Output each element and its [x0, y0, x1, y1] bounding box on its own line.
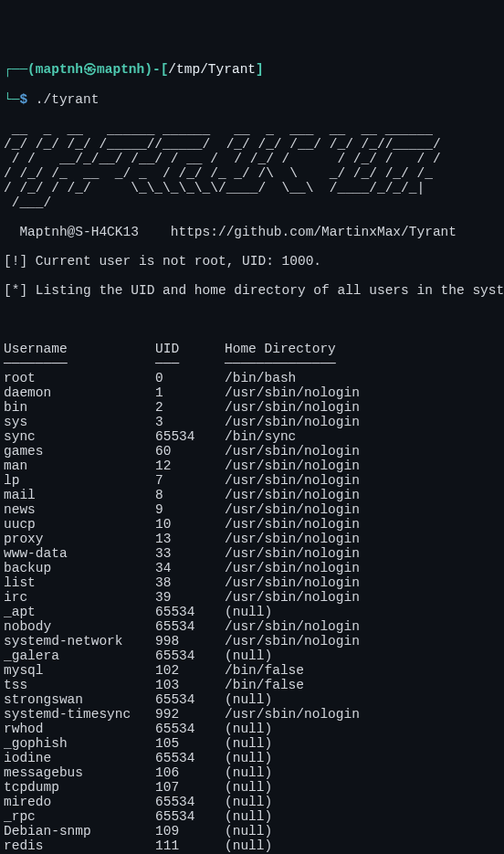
- prompt-decor: ┌──(: [4, 62, 36, 77]
- cell-home: /usr/sbin/nologin: [225, 590, 360, 605]
- cell-username: mail: [4, 488, 155, 502]
- prompt-line2-decor: └─: [4, 92, 19, 107]
- cell-uid: 107: [155, 780, 225, 795]
- table-row: lp7/usr/sbin/nologin: [4, 473, 360, 488]
- cell-home: (null): [225, 809, 360, 824]
- table-row: _gophish105(null): [4, 736, 360, 751]
- table-row: Debian-snmp109(null): [4, 824, 360, 838]
- table-row: proxy13/usr/sbin/nologin: [4, 532, 360, 546]
- cell-home: /usr/sbin/nologin: [225, 619, 360, 634]
- table-row: _apt65534(null): [4, 605, 360, 619]
- prompt-decor-close: )-[: [144, 62, 168, 77]
- cell-username: systemd-network: [4, 634, 155, 648]
- table-row: sys3/usr/sbin/nologin: [4, 415, 360, 429]
- cell-username: daemon: [4, 385, 155, 400]
- cell-username: _apt: [4, 605, 155, 619]
- cell-username: list: [4, 575, 155, 590]
- cell-uid: 992: [155, 707, 225, 722]
- cell-username: irc: [4, 590, 155, 605]
- prompt-at: ㉿: [83, 62, 97, 77]
- cell-uid: 65534: [155, 795, 225, 809]
- cell-uid: 998: [155, 634, 225, 648]
- cell-home: (null): [225, 795, 360, 809]
- table-row: daemon1/usr/sbin/nologin: [4, 385, 360, 400]
- cell-home: /usr/sbin/nologin: [225, 488, 360, 502]
- cell-home: (null): [225, 648, 360, 663]
- cell-uid: 9: [155, 502, 225, 517]
- cell-username: systemd-timesync: [4, 707, 155, 722]
- cell-home: /usr/sbin/nologin: [225, 400, 360, 415]
- cell-home: /usr/sbin/nologin: [225, 517, 360, 532]
- cell-username: _gophish: [4, 736, 155, 751]
- cell-username: mysql: [4, 663, 155, 678]
- cell-home: (null): [225, 605, 360, 619]
- blank-line: [4, 312, 500, 327]
- cell-username: news: [4, 502, 155, 517]
- cell-home: (null): [225, 736, 360, 751]
- table-row: systemd-timesync992/usr/sbin/nologin: [4, 707, 360, 722]
- cell-home: /bin/false: [225, 678, 360, 692]
- table-row: rwhod65534(null): [4, 722, 360, 736]
- cell-username: www-data: [4, 546, 155, 561]
- cell-home: (null): [225, 722, 360, 736]
- table-row: mail8/usr/sbin/nologin: [4, 488, 360, 502]
- cell-uid: 1: [155, 385, 225, 400]
- prompt-line-1: ┌──(maptnh㉿maptnh)-[/tmp/Tyrant]: [4, 62, 500, 78]
- cell-username: miredo: [4, 795, 155, 809]
- prompt-user: maptnh: [36, 62, 83, 77]
- cell-uid: 65534: [155, 751, 225, 765]
- table-row: www-data33/usr/sbin/nologin: [4, 546, 360, 561]
- table-row: irc39/usr/sbin/nologin: [4, 590, 360, 605]
- cell-uid: 102: [155, 663, 225, 678]
- table-row: uucp10/usr/sbin/nologin: [4, 517, 360, 532]
- hdr-home: Home Directory: [225, 342, 360, 356]
- table-row: list38/usr/sbin/nologin: [4, 575, 360, 590]
- cell-username: games: [4, 444, 155, 459]
- cell-username: tcpdump: [4, 780, 155, 795]
- table-row: backup34/usr/sbin/nologin: [4, 561, 360, 575]
- cell-uid: 109: [155, 824, 225, 838]
- cell-uid: 10: [155, 517, 225, 532]
- cell-username: rwhod: [4, 722, 155, 736]
- cell-home: /bin/bash: [225, 371, 360, 385]
- cell-uid: 7: [155, 473, 225, 488]
- cell-username: bin: [4, 400, 155, 415]
- table-row: bin2/usr/sbin/nologin: [4, 400, 360, 415]
- cell-uid: 111: [155, 838, 225, 853]
- cell-home: /usr/sbin/nologin: [225, 575, 360, 590]
- cell-username: _rpc: [4, 809, 155, 824]
- table-row: messagebus106(null): [4, 765, 360, 780]
- users-table: UsernameUIDHome Directory ──────────────…: [4, 342, 360, 854]
- cell-uid: 65534: [155, 619, 225, 634]
- cell-home: /usr/sbin/nologin: [225, 634, 360, 648]
- cell-username: uucp: [4, 517, 155, 532]
- hdr-uid: UID: [155, 342, 225, 356]
- cell-username: root: [4, 371, 155, 385]
- cell-username: nobody: [4, 619, 155, 634]
- cell-uid: 2: [155, 400, 225, 415]
- table-row: tcpdump107(null): [4, 780, 360, 795]
- cell-home: (null): [225, 751, 360, 765]
- sep-uid: ───: [155, 356, 225, 371]
- prompt-cwd: /tmp/Tyrant: [168, 62, 256, 77]
- table-row: _rpc65534(null): [4, 809, 360, 824]
- cell-username: sync: [4, 429, 155, 444]
- ascii-banner: __ _ __ ______ ______ __ _ ___ __ __ ___…: [4, 122, 500, 210]
- cell-uid: 60: [155, 444, 225, 459]
- table-header-row: UsernameUIDHome Directory: [4, 342, 360, 356]
- cell-uid: 65534: [155, 722, 225, 736]
- cell-home: /usr/sbin/nologin: [225, 473, 360, 488]
- table-row: strongswan65534(null): [4, 692, 360, 707]
- sep-home: ──────────────: [225, 356, 360, 371]
- prompt-line-2[interactable]: └─$ ./tyrant: [4, 92, 500, 108]
- cell-home: (null): [225, 824, 360, 838]
- cell-username: proxy: [4, 532, 155, 546]
- table-row: nobody65534/usr/sbin/nologin: [4, 619, 360, 634]
- cell-uid: 105: [155, 736, 225, 751]
- cell-home: (null): [225, 838, 360, 853]
- cell-uid: 65534: [155, 605, 225, 619]
- cell-uid: 38: [155, 575, 225, 590]
- warn-listing: [*] Listing the UID and home directory o…: [4, 283, 500, 298]
- cell-username: iodine: [4, 751, 155, 765]
- cell-username: backup: [4, 561, 155, 575]
